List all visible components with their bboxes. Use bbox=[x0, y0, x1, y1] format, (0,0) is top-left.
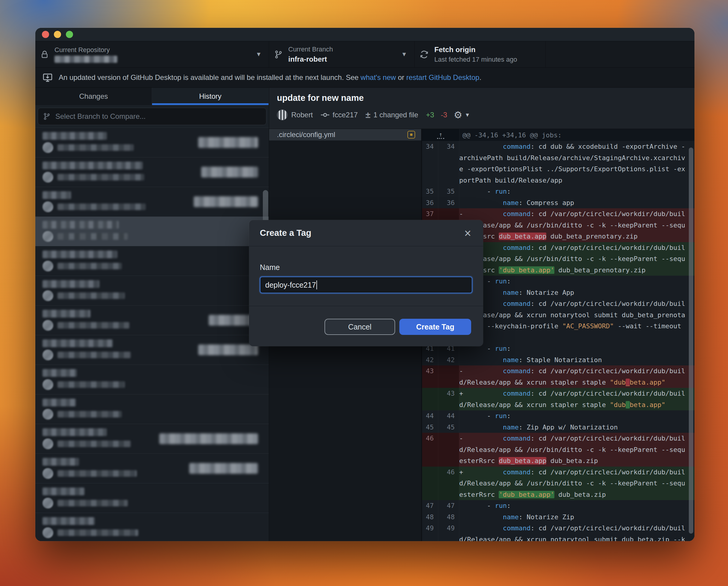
avatar bbox=[43, 320, 53, 331]
commit-list-item[interactable] bbox=[35, 128, 269, 157]
diff-code: - run: bbox=[459, 500, 695, 511]
new-line-number: 48 bbox=[438, 511, 459, 523]
old-line-number: 48 bbox=[422, 511, 438, 523]
commit-meta-redacted bbox=[57, 233, 128, 240]
diff-row-ctx[interactable]: 3636 name: Compress app bbox=[422, 197, 695, 209]
diff-row-ctx[interactable]: 4545 name: Zip App w/ Notarization bbox=[422, 422, 695, 433]
diff-code: - command: cd /var/opt/circleci/workdir/… bbox=[459, 208, 695, 242]
commit-list-item[interactable] bbox=[35, 305, 269, 335]
whats-new-link[interactable]: what's new bbox=[361, 73, 396, 81]
diff-options-button[interactable]: ⚙ ▼ bbox=[454, 110, 470, 120]
commit-meta-redacted bbox=[57, 322, 129, 329]
commit-title-redacted bbox=[43, 191, 71, 199]
history-sidebar: Changes History Select Branch to Compare… bbox=[35, 88, 269, 541]
close-icon[interactable]: × bbox=[464, 227, 471, 239]
avatar bbox=[43, 468, 53, 479]
commit-title-redacted bbox=[43, 487, 84, 495]
current-branch-dropdown[interactable]: Current Branch infra-robert ▼ bbox=[269, 41, 415, 67]
commit-list-item[interactable] bbox=[35, 395, 269, 424]
sidebar-tabs: Changes History bbox=[35, 88, 269, 105]
old-line-number: 44 bbox=[422, 410, 438, 422]
changed-file-row[interactable]: .circleci/config.yml bbox=[269, 129, 421, 141]
diff-code: + command: cd /var/opt/circleci/workdir/… bbox=[459, 467, 695, 500]
commit-list-item[interactable] bbox=[35, 365, 269, 395]
diff-row-del[interactable]: 43- command: cd /var/opt/circleci/workdi… bbox=[422, 366, 695, 388]
commit-list-item[interactable] bbox=[35, 424, 269, 454]
git-commit-icon bbox=[320, 110, 330, 119]
diff-code: - run: bbox=[459, 186, 695, 197]
modified-file-icon bbox=[408, 131, 415, 139]
minimize-window-button[interactable] bbox=[54, 31, 61, 38]
avatar bbox=[43, 142, 53, 153]
commit-badge-redacted bbox=[198, 137, 258, 148]
app-toolbar: Current Repository ▼ Current Branch infr… bbox=[35, 41, 695, 68]
commit-meta-redacted bbox=[57, 174, 144, 181]
diff-row-ctx[interactable]: 4747 - run: bbox=[422, 500, 695, 511]
new-line-number: 36 bbox=[438, 197, 459, 209]
new-line-number bbox=[438, 366, 459, 388]
diff-row-ctx[interactable]: 4444 - run: bbox=[422, 410, 695, 422]
commit-title-redacted bbox=[43, 132, 107, 140]
desktop-wallpaper: { "colors":{"accent_blue":"#2f6ed4","lin… bbox=[0, 0, 728, 586]
commit-title-redacted bbox=[43, 339, 113, 347]
avatar bbox=[43, 231, 53, 242]
tag-name-input[interactable]: deploy-fcce217 bbox=[260, 276, 472, 293]
window-titlebar[interactable] bbox=[35, 28, 695, 41]
commit-title-redacted bbox=[43, 369, 77, 377]
current-repository-dropdown[interactable]: Current Repository ▼ bbox=[35, 41, 269, 67]
commit-list-item[interactable] bbox=[35, 483, 269, 513]
diff-row-ctx[interactable]: 4242 name: Staple Notarization bbox=[422, 354, 695, 366]
avatar bbox=[43, 350, 53, 360]
git-branch-icon bbox=[43, 112, 51, 121]
commit-list-item[interactable] bbox=[35, 217, 269, 246]
diff-row-del[interactable]: 46- command: cd /var/opt/circleci/workdi… bbox=[422, 433, 695, 467]
avatar bbox=[43, 498, 53, 508]
commit-list-item[interactable] bbox=[35, 246, 269, 276]
avatar bbox=[43, 438, 53, 449]
restart-link[interactable]: restart GitHub Desktop bbox=[406, 73, 479, 81]
commit-list-item[interactable] bbox=[35, 276, 269, 305]
diff-row-ctx[interactable]: 4848 name: Notarize Zip bbox=[422, 511, 695, 523]
create-tag-dialog: Create a Tag × Name deploy-fcce217 Cance… bbox=[249, 220, 483, 346]
create-tag-button[interactable]: Create Tag bbox=[399, 319, 471, 335]
close-window-button[interactable] bbox=[42, 31, 49, 38]
diff-scrollbar[interactable] bbox=[689, 148, 693, 534]
tab-changes[interactable]: Changes bbox=[35, 88, 152, 105]
diff-code: - command: cd /var/opt/circleci/workdir/… bbox=[459, 366, 695, 388]
commit-list-item[interactable] bbox=[35, 187, 269, 217]
select-branch-to-compare-input[interactable]: Select Branch to Compare... bbox=[38, 108, 266, 125]
github-desktop-window: Current Repository ▼ Current Branch infr… bbox=[35, 28, 695, 541]
tab-history[interactable]: History bbox=[152, 88, 269, 105]
commit-meta-redacted bbox=[57, 529, 138, 536]
old-line-number: 49 bbox=[422, 523, 438, 541]
commit-meta-redacted bbox=[57, 292, 125, 299]
commit-badge-redacted bbox=[201, 167, 258, 178]
tag-name-label: Name bbox=[260, 263, 472, 272]
diff-stat-icon: ± bbox=[365, 110, 370, 120]
zoom-window-button[interactable] bbox=[66, 31, 73, 38]
new-line-number: 49 bbox=[438, 523, 459, 541]
diff-row-ctx[interactable]: 4949 command: cd /var/opt/circleci/workd… bbox=[422, 523, 695, 541]
commit-badge-redacted bbox=[159, 433, 258, 444]
commit-title-redacted bbox=[43, 250, 118, 258]
expand-hunk-icon[interactable]: ↑ bbox=[437, 131, 444, 139]
commit-list-item[interactable] bbox=[35, 157, 269, 187]
fetch-origin-button[interactable]: Fetch origin Last fetched 17 minutes ago bbox=[415, 41, 546, 67]
dialog-footer: Cancel Create Tag bbox=[249, 306, 483, 346]
diff-row-add[interactable]: 43+ command: cd /var/opt/circleci/workdi… bbox=[422, 388, 695, 410]
cancel-button[interactable]: Cancel bbox=[324, 319, 395, 335]
avatar bbox=[43, 290, 53, 301]
deletions-count: -3 bbox=[441, 111, 447, 119]
changed-files-label[interactable]: 1 changed file bbox=[373, 111, 418, 119]
old-line-number: 45 bbox=[422, 422, 438, 433]
diff-row-ctx[interactable]: 3434 command: cd dub && xcodebuild -expo… bbox=[422, 141, 695, 186]
old-line-number: 35 bbox=[422, 186, 438, 197]
diff-row-ctx[interactable]: 3535 - run: bbox=[422, 186, 695, 197]
commit-list-item[interactable] bbox=[35, 454, 269, 483]
commit-list-item[interactable] bbox=[35, 335, 269, 365]
diff-row-add[interactable]: 46+ command: cd /var/opt/circleci/workdi… bbox=[422, 467, 695, 500]
update-banner: An updated version of GitHub Desktop is … bbox=[35, 68, 695, 88]
branch-name: infra-robert bbox=[288, 55, 333, 63]
commit-list-item[interactable] bbox=[35, 513, 269, 541]
git-branch-icon bbox=[274, 49, 283, 59]
